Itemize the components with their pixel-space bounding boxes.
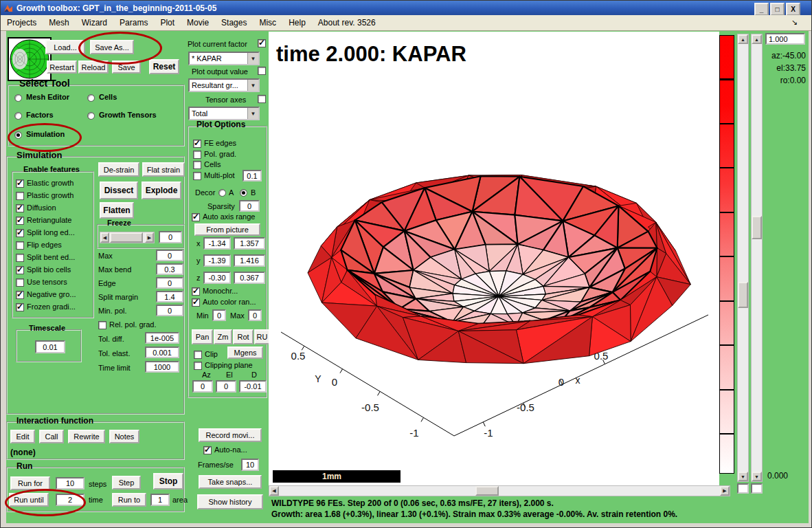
de-strain-button[interactable]: De-strain (98, 162, 139, 177)
menu-item-projects[interactable]: Projects (1, 16, 43, 30)
save-button[interactable]: Save (112, 60, 141, 74)
radio-factors[interactable] (14, 112, 22, 120)
max-field[interactable]: 0 (248, 309, 262, 321)
mgens-button[interactable]: Mgens (227, 346, 263, 359)
sim-param-field-3[interactable]: 1.4 (156, 291, 183, 302)
feature-checkbox-10[interactable] (16, 303, 24, 311)
vertical-scrollbar-2[interactable]: ▲ ▼ (751, 34, 763, 482)
menu-item-about-rev-3526[interactable]: About rev. 3526 (312, 16, 382, 30)
menu-item-plot[interactable]: Plot (154, 16, 181, 30)
clip-field-1[interactable]: 0 (216, 380, 236, 393)
plot-output-value-checkbox[interactable] (258, 67, 266, 75)
load-button[interactable]: Load... (45, 40, 85, 54)
from-picture-button[interactable]: From picture (194, 223, 260, 236)
nav-button-pan[interactable]: Pan (192, 329, 213, 344)
vertical-scrollbar-1-thumb[interactable] (738, 282, 748, 308)
rel-pol-grad-checkbox[interactable] (98, 321, 106, 329)
range-min-field-z[interactable]: -0.30 (203, 272, 231, 284)
chevron-down-icon[interactable]: ▼ (247, 80, 258, 91)
sim-param-field-4[interactable]: 0 (156, 305, 183, 316)
decor-b-radio[interactable] (240, 189, 247, 197)
range-max-field-z[interactable]: 0.367 (234, 272, 265, 284)
vertical-scrollbar-2-thumb[interactable] (752, 216, 762, 239)
multi-plot-field[interactable]: 0.1 (243, 170, 262, 182)
notes-button[interactable]: Notes (109, 430, 139, 443)
feature-checkbox-2[interactable] (16, 204, 24, 212)
colorbar-max-field[interactable]: 1.000 (765, 33, 805, 45)
run-until-button[interactable]: Run until (9, 493, 49, 507)
scroll-left-arrow-icon[interactable]: ◀ (269, 486, 279, 496)
nav-button-zm[interactable]: Zm (214, 329, 232, 344)
close-button[interactable]: X (786, 3, 800, 16)
nav-button-rot[interactable]: Rot (233, 329, 253, 344)
horizontal-scrollbar-thumb[interactable] (475, 486, 499, 496)
sim-param-field-1[interactable]: 0.3 (156, 263, 183, 275)
record-movie-button[interactable]: Record movi... (199, 428, 262, 442)
scroll-up-arrow-icon[interactable]: ▲ (738, 34, 748, 44)
menu-item-params[interactable]: Params (113, 16, 154, 30)
tolerance-field-0[interactable]: 1e-005 (145, 332, 179, 344)
menu-item-misc[interactable]: Misc (253, 16, 282, 30)
nav-button-ru[interactable]: RU (254, 329, 270, 344)
frames-field[interactable]: 10 (241, 459, 259, 471)
stop-button[interactable]: Stop (153, 473, 183, 490)
edit-button[interactable]: Edit (10, 430, 35, 443)
menu-item-movie[interactable]: Movie (181, 16, 215, 30)
sparsity-field[interactable]: 0 (239, 200, 260, 212)
feature-checkbox-5[interactable] (16, 241, 24, 250)
output-dropdown[interactable]: Resultant gr... ▼ (188, 78, 260, 92)
scroll-up-arrow-icon[interactable]: ▲ (752, 34, 762, 44)
slider-left-arrow-icon[interactable]: ◀ (100, 232, 109, 243)
show-history-button[interactable]: Show history (197, 494, 263, 509)
freeze-slider[interactable]: ◀ ▶ (100, 232, 155, 243)
feature-checkbox-7[interactable] (16, 266, 24, 274)
run-area-field[interactable]: 1 (150, 494, 170, 506)
menu-item-help[interactable]: Help (282, 16, 312, 30)
horizontal-scrollbar[interactable]: ◀ ▶ (269, 485, 730, 496)
min-field[interactable]: 0 (212, 309, 226, 321)
chevron-down-icon[interactable]: ▼ (247, 53, 258, 64)
minimize-button[interactable]: _ (754, 3, 769, 16)
fe-edges-checkbox[interactable] (193, 140, 201, 148)
radio-mesh-editor[interactable] (14, 94, 22, 102)
flatten-button[interactable]: Flatten (100, 202, 134, 219)
menu-item-wizard[interactable]: Wizard (76, 16, 113, 30)
range-min-field-y[interactable]: -1.39 (203, 254, 231, 267)
monochrome-checkbox[interactable] (192, 287, 200, 296)
rewrite-button[interactable]: Rewrite (68, 430, 105, 443)
cells-checkbox[interactable] (193, 161, 201, 169)
auto-axis-checkbox[interactable] (192, 213, 200, 221)
freeze-value-field[interactable]: 0 (159, 231, 182, 243)
auto-color-checkbox[interactable] (192, 298, 200, 307)
clipping-plane-checkbox[interactable] (194, 362, 202, 370)
freeze-slider-thumb[interactable] (110, 232, 143, 243)
step-button[interactable]: Step (112, 476, 141, 490)
save-as-button[interactable]: Save As... (90, 40, 134, 54)
pol-grad-checkbox[interactable] (193, 151, 201, 159)
plot-canvas[interactable]: 0.50-0.5-1Y-1-0.500.5x (269, 32, 719, 485)
timescale-field[interactable]: 0.01 (35, 340, 65, 353)
feature-checkbox-6[interactable] (16, 254, 24, 262)
decor-a-radio[interactable] (218, 189, 226, 197)
range-min-field-x[interactable]: -1.34 (203, 237, 231, 250)
maximize-button[interactable]: □ (770, 3, 785, 16)
range-max-field-x[interactable]: 1.357 (234, 237, 265, 250)
menu-item-mesh[interactable]: Mesh (43, 16, 75, 30)
scroll-right-arrow-icon[interactable]: ▶ (720, 486, 730, 496)
menu-overflow-icon[interactable]: ↘ (791, 18, 798, 27)
run-steps-field[interactable]: 10 (56, 477, 84, 490)
radio-simulation[interactable] (14, 131, 22, 139)
radio-growth-tensors[interactable] (87, 112, 95, 120)
tolerance-field-2[interactable]: 1000 (145, 361, 179, 373)
restart-button[interactable]: Restart (47, 60, 77, 74)
chevron-down-icon[interactable]: ▼ (247, 108, 258, 119)
tensor-axes-checkbox[interactable] (258, 95, 266, 103)
tolerance-field-1[interactable]: 0.001 (145, 346, 179, 358)
reload-button[interactable]: Reload (78, 60, 109, 74)
plot-current-factor-checkbox[interactable] (258, 39, 266, 47)
menu-item-stages[interactable]: Stages (215, 16, 253, 30)
reset-button[interactable]: Reset (149, 59, 179, 74)
slider-right-arrow-icon[interactable]: ▶ (145, 232, 154, 243)
range-max-field-y[interactable]: 1.416 (234, 254, 265, 267)
feature-checkbox-9[interactable] (16, 291, 24, 299)
